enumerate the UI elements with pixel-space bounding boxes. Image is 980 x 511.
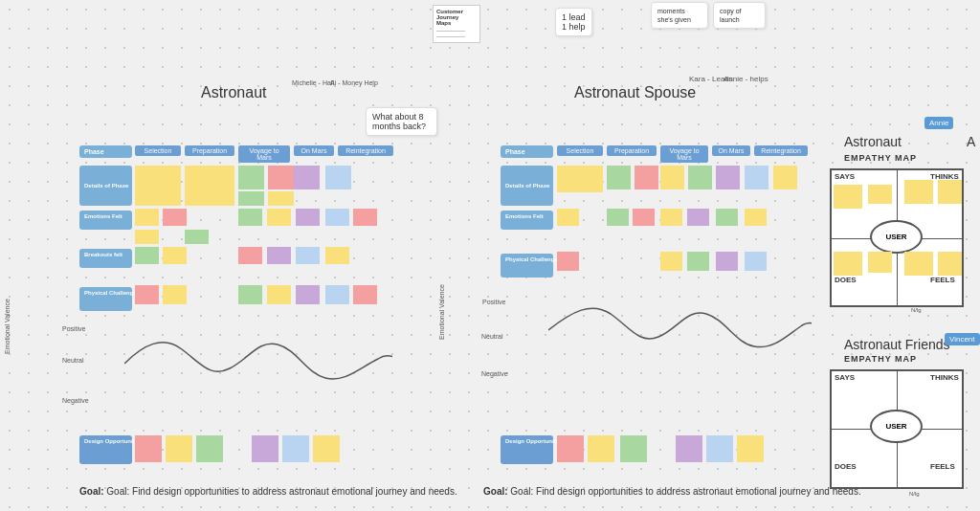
sticky-opp-5 — [282, 435, 309, 462]
valence-negative-left: Negative — [62, 397, 89, 404]
phase-row-label: Phase — [79, 145, 132, 158]
sticky-phys-7 — [353, 285, 377, 304]
spouse-phase-voyage: Voyage to Mars — [660, 145, 708, 163]
sticky-emotion-9 — [185, 230, 209, 244]
spouse-em4 — [660, 209, 682, 226]
sticky-opp-2 — [166, 435, 192, 462]
spouse-em5 — [687, 209, 709, 226]
sticky-emotion-8 — [135, 230, 159, 244]
comment-copy-launch: copy of launch — [713, 2, 766, 29]
design-opp-row: Design Opportunities — [79, 435, 132, 464]
valence-positive-right: Positive — [482, 299, 506, 305]
annie-badge-top: Annie — [924, 117, 953, 129]
spouse-phase-on-mars: On Mars — [712, 145, 750, 156]
spouse-phys1 — [557, 252, 579, 271]
spouse-sticky-d7 — [745, 166, 768, 189]
spouse-sticky-d6 — [716, 166, 740, 189]
sticky-break-6 — [325, 247, 349, 264]
wavy-line-astronaut — [124, 316, 392, 411]
ai-money-label: Ai - Money Help — [330, 79, 378, 86]
empathy-feels-1: FEELS — [930, 276, 955, 284]
spouse-details-row: Details of Phase — [501, 166, 553, 206]
comment-what-about: What about 8 months back? — [366, 107, 437, 136]
empathy-does-1: DOES — [835, 276, 857, 284]
wavy-line-spouse — [548, 287, 812, 392]
sticky-phys-6 — [325, 285, 349, 304]
canvas: CustomerJourneyMaps —————— —————— 1 lead… — [0, 0, 980, 511]
sticky-details-2 — [185, 166, 234, 206]
spouse-phase-reintegration: Reintegration — [754, 145, 808, 156]
valence-label-right: Emotional Valence — [438, 284, 445, 340]
spouse-phys4 — [716, 252, 738, 271]
spouse-sticky-d3 — [635, 166, 658, 189]
spouse-opp3 — [620, 435, 647, 462]
valence-neutral-right: Neutral — [481, 333, 503, 340]
empathy-does-2: DOES — [835, 462, 857, 471]
spouse-sticky-d4 — [660, 166, 684, 189]
spouse-em6 — [716, 209, 738, 226]
spouse-opp6 — [737, 435, 764, 462]
spouse-sticky-d8 — [773, 166, 797, 189]
sticky-details-1 — [135, 166, 181, 206]
empathy-says-1: SAYS — [835, 172, 855, 181]
spouse-em2 — [607, 209, 629, 226]
phase-on-mars: On Mars — [294, 145, 334, 156]
sticky-opp-3 — [196, 435, 223, 462]
goal-astronaut: Goal: Goal: Find design opportunities to… — [79, 486, 457, 497]
sticky-opp-1 — [135, 435, 162, 462]
phase-selection: Selection — [135, 145, 181, 156]
astronaut-title: Astronaut — [201, 84, 266, 101]
phase-voyage-mars: Voyage to Mars — [238, 145, 290, 163]
sticky-phys-1 — [135, 285, 159, 304]
empathy-user-1: USER — [870, 220, 923, 254]
annie-helps-label: Annie - helps — [724, 75, 768, 83]
spouse-opp4 — [676, 435, 702, 462]
spouse-phys3 — [687, 252, 709, 271]
breakouts-row-label: Breakouts felt — [79, 249, 132, 268]
sticky-phys-3 — [238, 285, 262, 304]
astronaut-spouse-title: Astronaut Spouse — [574, 84, 696, 101]
sticky-emotion-5 — [296, 209, 320, 226]
empathy-map-2: EMPATHY MAP SAYS THINKS DOES FEELS USER … — [825, 352, 969, 496]
sticky-details-4 — [268, 166, 294, 189]
sticky-emotion-3 — [238, 209, 262, 226]
sticky-emotion-7 — [353, 209, 377, 226]
spouse-phase-row: Phase — [501, 145, 553, 158]
sticky-phys-4 — [267, 285, 291, 304]
empathy-map-1-title: EMPATHY MAP — [844, 153, 917, 163]
sticky-break-5 — [296, 247, 320, 264]
phase-preparation: Preparation — [185, 145, 234, 156]
sticky-break-2 — [163, 247, 187, 264]
spouse-opp2 — [588, 435, 614, 462]
vincent-badge: Vincent — [945, 333, 980, 345]
details-row-label: Details of Phase — [79, 166, 132, 206]
spouse-phys2 — [660, 252, 682, 271]
physical-row-label: Physical Challenges — [79, 287, 132, 311]
spouse-opp5 — [706, 435, 733, 462]
valence-negative-right: Negative — [481, 370, 508, 377]
sticky-break-4 — [267, 247, 291, 264]
empathy-nl-1: N/lg — [911, 307, 922, 313]
sticky-emotion-4 — [267, 209, 291, 226]
mini-card-customer: CustomerJourneyMaps —————— —————— — [433, 5, 480, 43]
michelle-label: Michelle - Hall — [292, 79, 334, 86]
comment-moment: moments she's given — [651, 2, 708, 29]
spouse-sticky-d1 — [557, 166, 603, 192]
empathy-map-2-title: EMPATHY MAP — [844, 354, 917, 364]
sticky-opp-6 — [313, 435, 340, 462]
phase-reintegration: Reintegration — [338, 145, 393, 156]
astronaut-friends-title: Astronaut Friends — [844, 337, 950, 352]
sticky-emotion-6 — [325, 209, 349, 226]
spouse-sticky-d2 — [607, 166, 631, 189]
empathy-says-2: SAYS — [835, 373, 855, 382]
sticky-details-5 — [294, 166, 320, 189]
sticky-break-1 — [135, 247, 159, 264]
goal-spouse: Goal: Goal: Find design opportunities to… — [483, 486, 861, 497]
spouse-phys5 — [745, 252, 767, 271]
valence-neutral-left: Neutral — [62, 357, 84, 364]
empathy-feels-2: FEELS — [930, 462, 955, 471]
sticky-details-7 — [238, 191, 264, 206]
sticky-opp-4 — [252, 435, 278, 462]
sticky-emotion-1 — [135, 209, 159, 226]
comment-lead-help: 1 lead 1 help — [555, 8, 592, 36]
